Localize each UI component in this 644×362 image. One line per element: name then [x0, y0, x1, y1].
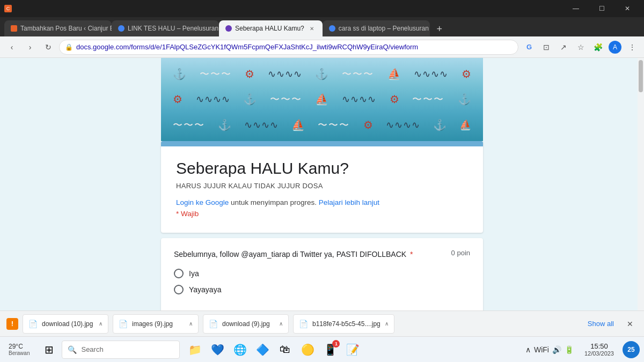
lock-icon: 🔒: [65, 43, 73, 51]
date-display: 12/03/2023: [584, 350, 614, 357]
google-icon[interactable]: G: [522, 40, 537, 55]
user-avatar[interactable]: 25: [623, 341, 640, 358]
menu-icon[interactable]: ⋮: [625, 40, 640, 55]
address-box[interactable]: 🔒 docs.google.com/forms/d/e/1FAlpQLSeZGc…: [59, 40, 518, 55]
page-content: ⚓ 〜〜〜 ⚙ ∿∿∿∿ ⚓ 〜〜〜 ⛵ ∿∿∿∿ ⚙ ⚙ ∿∿∿∿ ⚓ 〜〜〜…: [80, 58, 564, 336]
download-name-2: images (9).jpg: [132, 320, 185, 328]
login-text: untuk menyimpan progres.: [231, 198, 317, 206]
minimize-button[interactable]: —: [564, 0, 588, 17]
download-file-icon-1: 📄: [28, 320, 38, 328]
option-row-2: Yayayaya: [174, 285, 470, 294]
download-chevron-3[interactable]: ∧: [279, 321, 283, 327]
boat-icon-3: ⛵: [291, 119, 305, 131]
close-button[interactable]: ✕: [615, 0, 640, 17]
share-icon[interactable]: ↗: [556, 40, 571, 55]
bookmark-icon[interactable]: ☆: [573, 40, 588, 55]
scrollbar[interactable]: [638, 58, 644, 336]
time-display: 15:50: [584, 342, 614, 350]
back-button[interactable]: ‹: [4, 40, 19, 55]
anchor-icon-5: ⚓: [218, 119, 231, 131]
tray-chevron[interactable]: ∧: [525, 345, 531, 354]
weather-temperature: 29°C: [9, 343, 23, 350]
show-all-button[interactable]: Show all: [583, 317, 618, 330]
reload-button[interactable]: ↻: [41, 40, 56, 55]
tab-link-tes[interactable]: LINK TES HALU – Penelusuran Go… ✕: [112, 20, 219, 36]
boat-icon-1: ⛵: [387, 68, 401, 80]
scrollbar-thumb[interactable]: [639, 60, 643, 92]
wave-12: ∿∿∿∿: [386, 119, 420, 131]
wifi-icon[interactable]: WiFi: [534, 345, 549, 354]
download-chevron-4[interactable]: ∧: [385, 321, 389, 327]
volume-icon[interactable]: 🔊: [552, 345, 561, 354]
browser-content: ⚓ 〜〜〜 ⚙ ∿∿∿∿ ⚓ 〜〜〜 ⛵ ∿∿∿∿ ⚙ ⚙ ∿∿∿∿ ⚓ 〜〜〜…: [0, 58, 644, 336]
banner-row-1: ⚓ 〜〜〜 ⚙ ∿∿∿∿ ⚓ 〜〜〜 ⛵ ∿∿∿∿ ⚙: [161, 68, 483, 80]
profile-avatar: A: [609, 41, 621, 54]
form-subtitle: HARUS JUJUR KALAU TIDAK JUJUR DOSA: [176, 182, 468, 190]
anchor-icon-4: ⚓: [458, 93, 471, 106]
anchor-icon-1: ⚓: [173, 68, 186, 80]
tab-tambahkan[interactable]: Tambahkan Pos Baru ‹ Cianjur Ek… ✕: [4, 20, 112, 36]
new-tab-button[interactable]: +: [432, 21, 447, 36]
tab-favicon-2: [118, 25, 125, 32]
time-block[interactable]: 15:50 12/03/2023: [581, 342, 617, 357]
tb-icon-zoom[interactable]: 💙: [207, 339, 228, 360]
maximize-button[interactable]: ☐: [589, 0, 614, 17]
tb-icon-phone[interactable]: 📱 1: [319, 339, 341, 360]
downloads-bar: ! 📄 download (10).jpg ∧ 📄 images (9).jpg…: [0, 311, 644, 336]
wave-7: ∿∿∿∿: [342, 93, 376, 105]
translate-icon[interactable]: ⊡: [539, 40, 554, 55]
download-chevron-1[interactable]: ∧: [99, 321, 103, 327]
wave-8: 〜〜〜: [412, 93, 444, 106]
close-downloads-button[interactable]: ✕: [623, 316, 638, 331]
download-chevron-2[interactable]: ∧: [189, 321, 193, 327]
taskbar-search-box[interactable]: 🔍 Search: [62, 341, 180, 359]
extensions-icon[interactable]: 🧩: [590, 40, 605, 55]
points-label: 0 poin: [451, 249, 470, 257]
tab-label-4: cara ss di laptop – Penelusuran G…: [339, 25, 430, 32]
window-controls[interactable]: — ☐ ✕: [564, 0, 640, 17]
battery-icon[interactable]: 🔋: [565, 345, 574, 354]
downloads-warning: !: [6, 318, 18, 330]
taskbar-icons: 📁 💙 🌐 🔷 🛍 🟡 📱 1 📝: [184, 339, 363, 360]
taskbar-weather: 29°C Berawan: [4, 343, 34, 356]
tb-icon-chrome2[interactable]: 🟡: [297, 339, 318, 360]
tb-icon-explorer[interactable]: 📁: [184, 339, 206, 360]
learn-more-link[interactable]: Pelajari lebih lanjut: [319, 198, 379, 206]
taskbar: 29°C Berawan ⊞ 🔍 Search 📁 💙 🌐 🔷 🛍 🟡 📱 1 …: [0, 336, 644, 362]
wave-10: ∿∿∿∿: [244, 119, 279, 131]
search-label: Search: [81, 345, 103, 353]
tab-label-1: Tambahkan Pos Baru ‹ Cianjur Ek…: [20, 25, 112, 32]
radio-iya[interactable]: [174, 269, 184, 278]
forward-button[interactable]: ›: [23, 40, 38, 55]
download-item-1: 📄 download (10).jpg ∧: [23, 314, 108, 334]
notification-badge: 1: [332, 340, 340, 348]
tb-icon-edge[interactable]: 🔷: [252, 339, 273, 360]
anchor-icon-3: ⚓: [243, 93, 257, 106]
tb-icon-chrome[interactable]: 🌐: [229, 339, 251, 360]
title-bar: C — ☐ ✕: [0, 0, 644, 17]
tab-favicon-1: [11, 25, 17, 32]
profile-icon[interactable]: A: [608, 40, 623, 55]
helm-icon-1: ⚙: [245, 68, 254, 80]
tb-icon-store[interactable]: 🛍: [274, 339, 296, 360]
helm-icon-5: ⚙: [363, 119, 373, 131]
tab-label-3: Seberapa HALU Kamu?: [235, 25, 304, 32]
tab-close-3[interactable]: ✕: [308, 24, 316, 33]
required-star: *: [408, 250, 413, 258]
download-name-3: download (9).jpg: [222, 320, 275, 328]
tab-seberapa[interactable]: Seberapa HALU Kamu? ✕: [219, 20, 323, 36]
radio-yayayaya[interactable]: [174, 285, 184, 294]
tb-icon-notes[interactable]: 📝: [342, 339, 363, 360]
toolbar-right: G ⊡ ↗ ☆ 🧩 A ⋮: [522, 40, 640, 55]
tab-cara-ss[interactable]: cara ss di laptop – Penelusuran G… ✕: [323, 20, 430, 36]
banner-row-2: ⚙ ∿∿∿∿ ⚓ 〜〜〜 ⛵ ∿∿∿∿ ⚙ 〜〜〜 ⚓: [161, 93, 483, 106]
address-text: docs.google.com/forms/d/e/1FAlpQLSeZGcYK…: [76, 43, 513, 51]
login-link[interactable]: Login ke Google: [176, 198, 229, 206]
boat-icon-2: ⛵: [315, 93, 328, 106]
helm-icon-2: ⚙: [462, 68, 471, 80]
banner-row-3: 〜〜〜 ⚓ ∿∿∿∿ ⛵ 〜〜〜 ⚙ ∿∿∿∿ ⚓ ⛵: [161, 119, 483, 131]
start-button[interactable]: ⊞: [38, 339, 60, 360]
wajib-label: * Wajib: [176, 210, 468, 218]
search-icon: 🔍: [68, 345, 77, 354]
exclamation-icon[interactable]: !: [6, 318, 18, 330]
